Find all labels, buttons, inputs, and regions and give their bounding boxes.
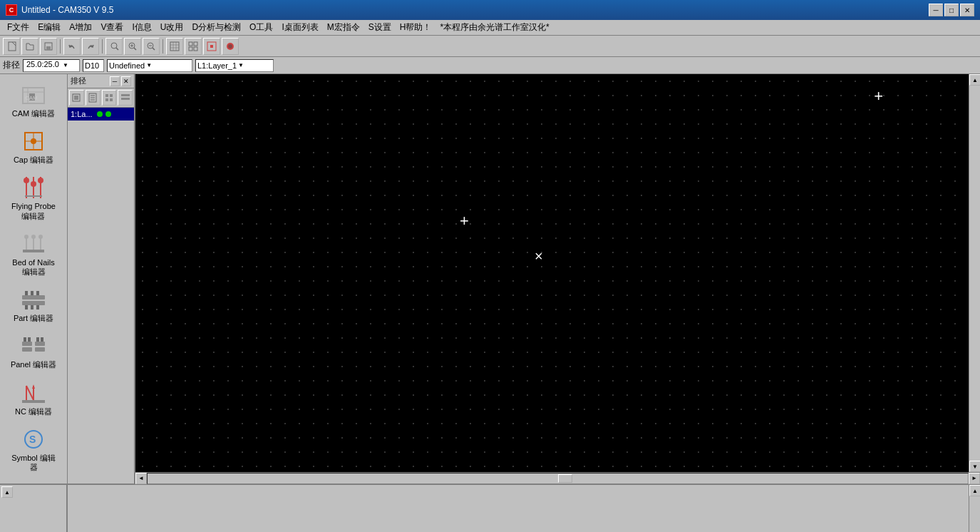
canvas-area[interactable]: + + ×: [135, 74, 969, 472]
flying-probe-label: Flying Probe 编辑器: [11, 202, 56, 220]
toolbar-btn-snap[interactable]: [203, 38, 220, 55]
menu-item-desktop[interactable]: I桌面列表: [277, 20, 322, 35]
layer-list: 1:La...: [68, 108, 134, 484]
svg-rect-0: [9, 42, 16, 51]
cam-editor-label: CAM 编辑器: [12, 109, 56, 118]
menu-item-analyze[interactable]: D分析与检测: [187, 20, 245, 35]
crosshair-2: +: [460, 213, 469, 229]
menu-item-copyright[interactable]: *本程序由余光谱工作室汉化*: [435, 20, 553, 35]
sidebar-item-part-editor[interactable]: Part 编辑器: [2, 282, 65, 327]
svg-rect-82: [121, 94, 130, 96]
svg-rect-54: [25, 305, 28, 310]
svg-rect-78: [105, 94, 108, 97]
toolbar-separator: [102, 39, 103, 53]
svg-point-39: [31, 181, 36, 187]
svg-rect-3: [46, 46, 51, 50]
toolbar-btn-open[interactable]: [21, 38, 38, 55]
scroll-left-btn[interactable]: ◄: [135, 473, 147, 484]
svg-rect-79: [110, 94, 113, 97]
menu-item-file[interactable]: F文件: [3, 20, 33, 35]
svg-rect-23: [210, 45, 213, 48]
scroll-up-btn[interactable]: ▲: [969, 74, 980, 86]
bottom-scroll-track[interactable]: [969, 496, 980, 532]
svg-rect-20: [189, 47, 192, 51]
menu-item-utility[interactable]: U改用: [156, 20, 188, 35]
title-bar-left: C Untitled - CAM350 V 9.5: [6, 4, 113, 16]
sidebar-item-flying-probe[interactable]: Flying Probe 编辑器: [2, 170, 65, 224]
toolbar-btn-zoom_window[interactable]: [105, 38, 123, 55]
svg-point-4: [111, 43, 117, 48]
toolbar-btn-zoom_in[interactable]: [124, 38, 141, 55]
cap-editor-icon: [19, 127, 48, 155]
menu-item-info[interactable]: I信息: [128, 20, 155, 35]
svg-rect-51: [25, 291, 28, 295]
layer-selector[interactable]: L1:Layer_1 ▼: [195, 59, 274, 72]
close-button[interactable]: ✕: [960, 4, 974, 16]
svg-rect-49: [22, 295, 45, 300]
sidebar-item-panel-editor[interactable]: Panel 编辑器: [2, 328, 65, 373]
sidebar-item-nc-editor[interactable]: NC 编辑器: [2, 375, 65, 420]
scroll-track-h[interactable]: [147, 473, 969, 484]
sidebar-item-cam-editor[interactable]: CAM CAM 编辑器: [2, 77, 65, 122]
bottom-left-sidebar: ▲: [0, 485, 68, 532]
panel-tool-1[interactable]: [69, 90, 84, 106]
part-editor-icon: [19, 285, 48, 314]
aperture-label[interactable]: Undefined ▼: [107, 59, 192, 72]
menu-item-settings[interactable]: S设置: [364, 20, 396, 35]
scroll-track-right[interactable]: [969, 86, 980, 461]
title-controls: ─ □ ✕: [929, 4, 974, 16]
minimize-button[interactable]: ─: [929, 4, 943, 16]
layer-dot-2: [105, 111, 111, 117]
svg-rect-60: [35, 347, 45, 352]
svg-rect-50: [22, 301, 45, 305]
menu-item-add[interactable]: A增加: [65, 20, 96, 35]
svg-rect-53: [36, 291, 39, 295]
maximize-button[interactable]: □: [944, 4, 959, 16]
x-mark-1: ×: [535, 249, 543, 263]
svg-point-47: [38, 235, 43, 239]
panel-tool-2[interactable]: [86, 90, 100, 106]
aperture-code[interactable]: D10: [83, 59, 104, 72]
symbol-editor-icon: S: [19, 425, 48, 454]
canvas-content: + + ×: [135, 74, 969, 472]
toolbar-btn-redo[interactable]: [82, 38, 99, 55]
toolbar-btn-undo[interactable]: [63, 38, 81, 55]
svg-point-40: [38, 178, 43, 183]
menu-item-help[interactable]: H帮助！: [396, 20, 436, 35]
crosshair-1: +: [874, 88, 883, 104]
toolbar-btn-color[interactable]: [222, 38, 239, 55]
scroll-down-btn[interactable]: ▼: [969, 461, 980, 472]
panel-close-btn[interactable]: ✕: [121, 76, 131, 86]
bottom-scroll-up[interactable]: ▲: [1, 486, 13, 498]
panel-tool-3[interactable]: [102, 90, 117, 106]
panel-minimize-btn[interactable]: ─: [110, 76, 120, 86]
sidebar-item-cap-editor[interactable]: Cap 编辑器: [2, 123, 65, 168]
toolbar-btn-grid2[interactable]: [185, 38, 202, 55]
bottom-scroll-up-btn[interactable]: ▲: [969, 485, 980, 496]
menu-item-macro[interactable]: M宏指令: [323, 20, 364, 35]
scroll-right-btn[interactable]: ►: [969, 473, 980, 484]
svg-point-34: [31, 138, 36, 144]
toolbar-btn-grid1[interactable]: [166, 38, 183, 55]
svg-rect-61: [24, 337, 26, 342]
toolbar-btn-zoom_out[interactable]: [143, 38, 160, 55]
coords-input[interactable]: 25.0:25.0 ▼: [23, 59, 80, 72]
panel-tool-4[interactable]: [118, 90, 133, 106]
menu-item-view[interactable]: V查看: [96, 20, 128, 35]
svg-rect-62: [28, 337, 31, 342]
bottom-v-scrollbar: ▲ ▼: [969, 485, 980, 532]
menu-item-tools[interactable]: O工具: [245, 20, 277, 35]
svg-rect-52: [31, 291, 33, 295]
sidebar-item-bed-of-nails[interactable]: Bed of Nails 编辑器: [2, 226, 65, 280]
svg-rect-63: [36, 337, 39, 342]
layer-label: 1:La...: [71, 110, 93, 118]
svg-rect-21: [194, 47, 197, 51]
sidebar-item-symbol-editor[interactable]: S Symbol 编辑 器: [2, 421, 65, 476]
toolbar-btn-save[interactable]: [40, 38, 57, 55]
layer-item[interactable]: 1:La...: [68, 108, 134, 121]
toolbar-btn-new[interactable]: [3, 38, 20, 55]
menu-item-edit[interactable]: E编辑: [33, 20, 65, 35]
svg-rect-73: [74, 96, 78, 100]
canvas-right-scrollbar: ▲ ▼: [969, 74, 980, 472]
bed-of-nails-icon: [19, 230, 48, 258]
